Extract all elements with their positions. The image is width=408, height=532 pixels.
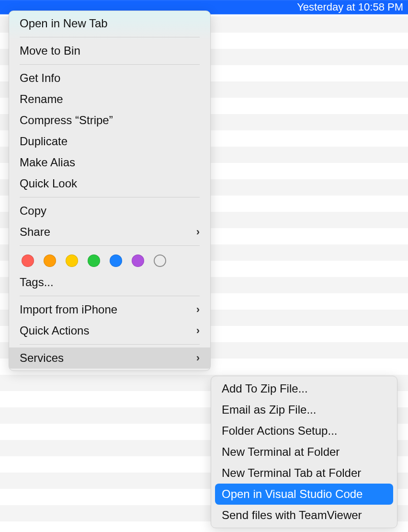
menu-separator: [20, 344, 200, 345]
menu-separator: [20, 245, 200, 246]
menu-label: Move to Bin: [20, 44, 80, 58]
menu-open-new-tab[interactable]: Open in New Tab: [9, 13, 210, 34]
chevron-right-icon: ›: [196, 226, 200, 238]
menu-separator: [20, 64, 200, 65]
svc-add-to-zip[interactable]: Add To Zip File...: [211, 378, 397, 399]
menu-label: Duplicate: [20, 135, 68, 148]
menu-label: Tags...: [20, 276, 54, 289]
tag-yellow[interactable]: [66, 254, 78, 267]
tag-color-row: [9, 249, 210, 272]
svc-new-terminal-tab[interactable]: New Terminal Tab at Folder: [211, 463, 397, 484]
menu-label: Quick Look: [20, 177, 77, 190]
menu-rename[interactable]: Rename: [9, 89, 210, 110]
menu-separator: [20, 37, 200, 37]
menu-label: Share: [20, 225, 50, 239]
menu-move-to-bin[interactable]: Move to Bin: [9, 40, 210, 61]
menu-label: Send files with TeamViewer: [222, 509, 362, 522]
menu-label: Add To Zip File...: [222, 382, 308, 395]
menu-label: Quick Actions: [20, 324, 89, 337]
menu-quick-actions[interactable]: Quick Actions ›: [9, 320, 210, 341]
menu-import-iphone[interactable]: Import from iPhone ›: [9, 299, 210, 320]
date-modified-label: Yesterday at 10:58 PM: [297, 1, 403, 13]
tag-green[interactable]: [88, 254, 100, 267]
menu-duplicate[interactable]: Duplicate: [9, 131, 210, 152]
menu-label: New Terminal Tab at Folder: [222, 466, 361, 480]
menu-compress[interactable]: Compress “Stripe”: [9, 110, 210, 131]
menu-share[interactable]: Share ›: [9, 221, 210, 243]
menu-label: Copy: [20, 204, 46, 218]
tag-orange[interactable]: [44, 254, 56, 267]
menu-label: Compress “Stripe”: [20, 114, 113, 127]
svc-send-teamviewer[interactable]: Send files with TeamViewer: [211, 505, 397, 526]
svc-folder-actions[interactable]: Folder Actions Setup...: [211, 420, 397, 441]
menu-label: New Terminal at Folder: [222, 445, 340, 459]
services-submenu: Add To Zip File... Email as Zip File... …: [211, 376, 397, 528]
tag-purple[interactable]: [132, 254, 144, 267]
menu-label: Open in Visual Studio Code: [222, 487, 363, 501]
tag-blue[interactable]: [110, 254, 122, 267]
chevron-right-icon: ›: [196, 303, 200, 316]
tag-red[interactable]: [22, 254, 34, 267]
context-menu: Open in New Tab Move to Bin Get Info Ren…: [9, 11, 211, 371]
menu-label: Email as Zip File...: [222, 403, 316, 416]
menu-label: Make Alias: [20, 156, 75, 169]
menu-label: Get Info: [20, 71, 60, 85]
menu-separator: [20, 197, 200, 197]
tag-none[interactable]: [154, 254, 166, 267]
menu-make-alias[interactable]: Make Alias: [9, 152, 210, 173]
menu-get-info[interactable]: Get Info: [9, 68, 210, 89]
chevron-right-icon: ›: [196, 324, 200, 337]
menu-separator: [20, 296, 200, 296]
menu-label: Import from iPhone: [20, 303, 117, 316]
svc-new-terminal[interactable]: New Terminal at Folder: [211, 441, 397, 463]
chevron-right-icon: ›: [196, 352, 200, 364]
svc-open-vscode[interactable]: Open in Visual Studio Code: [215, 484, 393, 505]
svc-email-zip[interactable]: Email as Zip File...: [211, 399, 397, 420]
menu-label: Rename: [20, 93, 63, 106]
menu-quick-look[interactable]: Quick Look: [9, 173, 210, 194]
menu-services[interactable]: Services ›: [9, 347, 210, 369]
menu-label: Open in New Tab: [20, 17, 108, 30]
menu-tags[interactable]: Tags...: [9, 272, 210, 293]
menu-label: Folder Actions Setup...: [222, 424, 337, 438]
menu-label: Services: [20, 351, 64, 365]
menu-copy[interactable]: Copy: [9, 200, 210, 221]
